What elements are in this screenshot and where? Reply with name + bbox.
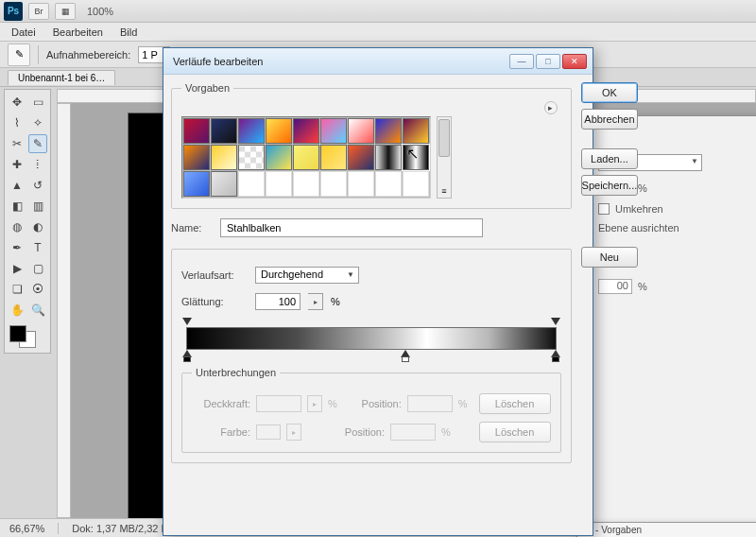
save-button[interactable]: Speichern... [581,175,639,196]
presets-grid [181,116,431,199]
position1-label: Position: [343,398,402,409]
gradient-preset[interactable] [375,118,402,144]
smoothness-label: Glättung: [181,296,248,307]
maximize-icon[interactable]: □ [536,54,560,69]
presets-fieldset: Vorgaben ▸ ≡ ↖ [171,82,572,209]
menu-bar: Datei Bearbeiten Bild [0,23,756,42]
new-button[interactable]: Neu [581,247,639,268]
eyedropper-tool-icon[interactable]: ✎ [28,134,47,153]
color-stepper-icon: ▸ [286,424,301,441]
minimize-icon[interactable]: — [509,54,534,69]
color-label: Farbe: [192,426,250,438]
tool-preset-icon[interactable]: ✎ [8,43,30,66]
smoothness-stepper-icon[interactable]: ▸ [308,293,323,310]
pen-tool-icon[interactable]: ✒ [8,238,26,257]
eraser-tool-icon[interactable]: ◧ [8,197,26,216]
path-select-icon[interactable]: ▶ [8,259,26,278]
bg-pct2-suffix: % [638,281,647,292]
document-tab[interactable]: Unbenannt-1 bei 6… [8,70,115,85]
position2-input [390,424,436,441]
presets-menu-icon[interactable]: ▸ [544,101,558,114]
type-tool-icon[interactable]: T [28,238,47,257]
scrollbar-options-icon[interactable]: ≡ [439,186,449,196]
opacity-stop-left[interactable] [182,318,192,327]
crop-tool-icon[interactable]: ✂ [8,134,26,153]
color-swatches[interactable] [8,323,47,350]
gradient-preset[interactable] [266,145,292,170]
gradient-preset[interactable] [183,145,210,170]
stamp-tool-icon[interactable]: ▲ [8,176,26,195]
3d-cam-tool-icon[interactable]: ⦿ [28,280,47,299]
gradient-preset-empty [238,171,265,197]
gradient-preset[interactable] [348,118,374,144]
name-input[interactable] [220,218,483,237]
stops-legend: Unterbrechungen [192,367,280,378]
divider [38,45,39,64]
gradient-preset-empty [293,171,319,197]
ok-button[interactable]: OK [581,82,639,103]
scrollbar-thumb[interactable] [438,119,450,157]
gradient-preset[interactable] [403,145,429,170]
gradient-preset-empty [348,171,374,197]
heal-tool-icon[interactable]: ✚ [8,155,26,174]
close-icon[interactable]: ✕ [562,54,587,69]
load-button[interactable]: Laden... [581,148,639,169]
zoom-tool-icon[interactable]: 🔍 [28,301,47,320]
status-zoom[interactable]: 66,67% [9,523,59,534]
gradient-preset[interactable] [183,118,210,144]
position1-input [407,395,453,412]
marquee-tool-icon[interactable]: ▭ [28,93,47,112]
gradient-preset[interactable] [375,145,402,170]
gradient-preset[interactable] [403,118,429,144]
menu-file[interactable]: Datei [11,26,36,38]
history-brush-icon[interactable]: ↺ [28,176,47,195]
gradient-bar[interactable] [186,327,557,350]
hand-tool-icon[interactable]: ✋ [8,301,26,320]
sample-label: Aufnahmebereich: [46,49,130,61]
type-dropdown[interactable]: Durchgehend [255,267,359,284]
gradient-settings-fieldset: Verlaufsart: Durchgehend Glättung: ▸ % [171,249,572,463]
gradient-preset[interactable] [211,145,237,170]
presets-manager-panel: iß - Vorgaben - Vorgaben rr. - Vorgaben [576,522,756,537]
stops-fieldset: Unterbrechungen Deckkraft: ▸ % Position:… [181,367,561,453]
color-stop-mid[interactable] [401,350,410,359]
blur-tool-icon[interactable]: ◍ [8,217,26,236]
gradient-preset[interactable] [320,145,347,170]
gradient-preset[interactable] [238,145,265,170]
bridge-button[interactable]: Br [28,3,49,20]
dodge-tool-icon[interactable]: ◐ [28,217,47,236]
gradient-preset[interactable] [293,118,319,144]
delete-color-button: Löschen [479,422,551,442]
lasso-tool-icon[interactable]: ⌇ [8,113,26,132]
opacity-stop-right[interactable] [551,318,560,327]
shape-tool-icon[interactable]: ▢ [28,259,47,278]
preset-list-item[interactable]: iß - Vorgaben [577,523,756,537]
gradient-tool-icon[interactable]: ▥ [28,197,47,216]
view-extras-button[interactable]: ▦ [55,3,76,20]
move-tool-icon[interactable]: ✥ [8,93,26,112]
toolbox: ✥ ▭ ⌇ ✧ ✂ ✎ ✚ ⵂ ▲ ↺ ◧ ▥ ◍ ◐ ✒ T ▶ ▢ ❏ ⦿ … [4,89,51,354]
delete-opacity-button: Löschen [479,393,551,414]
gradient-preset[interactable] [293,145,319,170]
gradient-preset[interactable] [183,171,210,197]
3d-tool-icon[interactable]: ❏ [8,280,26,299]
gradient-preset[interactable] [211,171,237,197]
smoothness-input[interactable] [255,293,301,310]
menu-image[interactable]: Bild [120,26,137,38]
color-stop-right[interactable] [551,350,560,359]
gradient-preset[interactable] [348,145,374,170]
gradient-preset[interactable] [266,118,292,144]
smoothness-pct: % [331,296,340,307]
foreground-color[interactable] [9,325,26,342]
color-stop-left[interactable] [182,350,192,359]
wand-tool-icon[interactable]: ✧ [28,113,47,132]
gradient-preset[interactable] [211,118,237,144]
dialog-title-bar[interactable]: Verläufe bearbeiten — □ ✕ [163,48,593,75]
brush-tool-icon[interactable]: ⵂ [28,155,47,174]
cancel-button[interactable]: Abbrechen [581,109,639,130]
menu-edit[interactable]: Bearbeiten [53,26,103,38]
presets-scrollbar[interactable]: ≡ [437,116,452,199]
gradient-preset[interactable] [320,118,347,144]
gradient-preset[interactable] [238,118,265,144]
position2-label: Position: [326,426,385,438]
